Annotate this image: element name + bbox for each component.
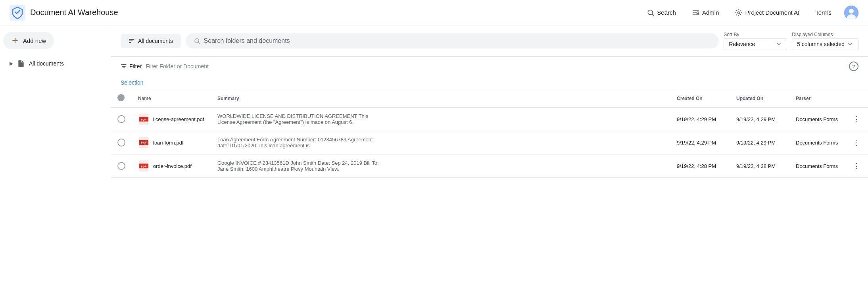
svg-point-7	[738, 12, 740, 13]
search-bar[interactable]	[186, 33, 719, 48]
row-summary-cell: Google INVOICE # 23413561D John Smith Da…	[211, 154, 670, 178]
created-date: 9/19/22, 4:29 PM	[677, 116, 716, 122]
updated-date: 9/19/22, 4:29 PM	[736, 116, 776, 122]
add-new-button[interactable]: Add new	[3, 32, 54, 49]
row-more-button[interactable]: ⋮	[851, 113, 862, 125]
expand-icon: ▶	[10, 61, 13, 66]
row-updated-cell: 9/19/22, 4:29 PM	[730, 131, 789, 154]
table-header-summary: Summary	[211, 89, 670, 108]
svg-text:PDF: PDF	[141, 165, 147, 168]
row-checkbox[interactable]	[117, 162, 125, 170]
row-checkbox-cell	[111, 154, 132, 178]
toolbar: All documents Sort By Relevance	[111, 25, 868, 57]
row-checkbox-cell	[111, 131, 132, 154]
row-updated-cell: 9/19/22, 4:29 PM	[730, 108, 789, 131]
table-header-checkbox	[111, 89, 132, 108]
row-name-cell: PDF loan-form.pdf	[132, 131, 211, 154]
app-logo: Document AI Warehouse	[10, 5, 118, 21]
row-actions-cell: ⋮	[845, 131, 868, 154]
row-actions-cell: ⋮	[845, 154, 868, 178]
displayed-columns-dropdown[interactable]: 5 columns selected	[792, 38, 858, 50]
add-new-label: Add new	[23, 37, 46, 44]
table-header-created: Created On	[670, 89, 730, 108]
row-created-cell: 9/19/22, 4:28 PM	[670, 154, 730, 178]
app-title: Document AI Warehouse	[30, 8, 118, 17]
project-nav-label: Project Document AI	[745, 9, 799, 16]
file-name-cell: PDF loan-form.pdf	[138, 137, 205, 148]
summary-text: Loan Agreement Form Agreement Number: 01…	[217, 137, 384, 148]
header-checkbox-circle[interactable]	[117, 94, 125, 101]
sort-by-dropdown[interactable]: Relevance	[724, 38, 787, 50]
table-row: PDF loan-form.pdf Loan Agreement Form Ag…	[111, 131, 868, 154]
parser-value: Documents Forms	[796, 116, 838, 122]
displayed-columns-label: Displayed Columns	[792, 32, 858, 37]
terms-nav-button[interactable]: Terms	[812, 7, 835, 18]
search-nav-button[interactable]: Search	[643, 6, 679, 19]
parser-value: Documents Forms	[796, 140, 838, 146]
all-documents-label: All documents	[138, 38, 173, 44]
row-parser-cell: Documents Forms	[789, 154, 845, 178]
all-documents-button[interactable]: All documents	[121, 34, 181, 48]
file-name[interactable]: order-invoice.pdf	[153, 163, 192, 169]
sidebar: Add new ▶ All documents	[0, 25, 111, 295]
displayed-columns-container: Displayed Columns 5 columns selected	[792, 32, 858, 50]
parser-value: Documents Forms	[796, 163, 838, 169]
row-more-button[interactable]: ⋮	[851, 137, 862, 148]
row-checkbox[interactable]	[117, 139, 125, 147]
svg-line-17	[198, 42, 200, 44]
terms-nav-label: Terms	[815, 9, 832, 16]
selection-link[interactable]: Selection	[121, 79, 144, 86]
search-nav-label: Search	[657, 9, 676, 16]
search-input[interactable]	[204, 37, 711, 44]
file-name[interactable]: license-agreement.pdf	[153, 116, 204, 122]
row-more-button[interactable]: ⋮	[851, 160, 862, 172]
created-date: 9/19/22, 4:28 PM	[677, 163, 716, 169]
sidebar-item-all-documents[interactable]: ▶ All documents	[3, 56, 104, 71]
row-summary-cell: WORLDWIDE LICENSE AND DISTRIBUTION AGREE…	[211, 108, 670, 131]
filter-input[interactable]	[146, 63, 845, 69]
top-navigation: Document AI Warehouse Search Admin Pr	[0, 0, 868, 25]
svg-line-2	[652, 14, 654, 16]
app-body: Add new ▶ All documents All documents	[0, 25, 868, 295]
admin-nav-button[interactable]: Admin	[689, 6, 722, 19]
filter-lines-icon	[129, 38, 135, 44]
file-name-cell: PDF order-invoice.pdf	[138, 160, 205, 172]
table-header-actions	[845, 89, 868, 108]
pdf-icon: PDF	[138, 137, 149, 148]
row-checkbox-cell	[111, 108, 132, 131]
chevron-down-icon-2	[847, 41, 853, 47]
file-name-cell: PDF license-agreement.pdf	[138, 114, 205, 125]
row-checkbox[interactable]	[117, 115, 125, 123]
project-nav-button[interactable]: Project Document AI	[732, 6, 803, 19]
table-row: PDF license-agreement.pdf WORLDWIDE LICE…	[111, 108, 868, 131]
pdf-icon: PDF	[138, 114, 149, 125]
row-actions-cell: ⋮	[845, 108, 868, 131]
filter-label: Filter	[121, 63, 142, 69]
filter-bar: Filter ?	[111, 57, 868, 76]
app-logo-icon	[10, 5, 25, 21]
user-avatar[interactable]	[844, 6, 858, 20]
file-name[interactable]: loan-form.pdf	[153, 140, 184, 146]
documents-table: Name Summary Created On Updated On Parse…	[111, 89, 868, 178]
sort-by-value: Relevance	[729, 41, 755, 47]
row-parser-cell: Documents Forms	[789, 108, 845, 131]
help-icon[interactable]: ?	[849, 62, 858, 71]
chevron-down-icon	[776, 41, 782, 47]
updated-date: 9/19/22, 4:29 PM	[736, 140, 776, 146]
updated-date: 9/19/22, 4:28 PM	[736, 163, 776, 169]
row-created-cell: 9/19/22, 4:29 PM	[670, 131, 730, 154]
row-updated-cell: 9/19/22, 4:28 PM	[730, 154, 789, 178]
row-parser-cell: Documents Forms	[789, 131, 845, 154]
table-header: Name Summary Created On Updated On Parse…	[111, 89, 868, 108]
sidebar-item-label: All documents	[29, 60, 64, 67]
row-created-cell: 9/19/22, 4:29 PM	[670, 108, 730, 131]
nav-actions: Search Admin Project Document AI Terms	[643, 6, 858, 20]
row-summary-cell: Loan Agreement Form Agreement Number: 01…	[211, 131, 670, 154]
pdf-icon: PDF	[138, 160, 149, 172]
table-body: PDF license-agreement.pdf WORLDWIDE LICE…	[111, 108, 868, 178]
admin-icon	[692, 9, 700, 17]
row-name-cell: PDF license-agreement.pdf	[132, 108, 211, 131]
filter-icon	[121, 63, 127, 69]
gear-icon	[735, 9, 743, 17]
table-header-updated: Updated On	[730, 89, 789, 108]
